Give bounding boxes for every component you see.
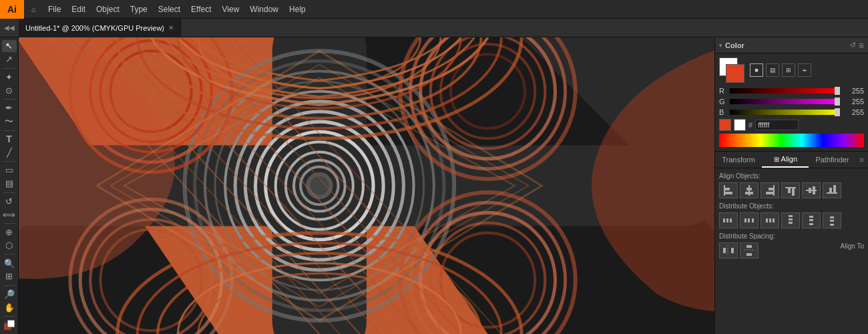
menu-effect[interactable]: Effect — [186, 0, 216, 19]
r-value: 255 — [843, 87, 864, 95]
dist-center-h-btn[interactable] — [740, 212, 758, 228]
menu-type[interactable]: Type — [125, 0, 153, 19]
svg-rect-85 — [833, 185, 836, 193]
b-slider[interactable] — [730, 110, 840, 115]
color-spectrum[interactable] — [719, 134, 864, 147]
align-bottom-btn[interactable] — [823, 182, 841, 198]
align-label: Align — [781, 155, 797, 163]
tool-divider-2 — [3, 99, 15, 100]
align-icon: ⊞ — [774, 156, 779, 163]
tab-align[interactable]: ⊞ Align — [762, 152, 809, 168]
canvas-area[interactable] — [19, 37, 714, 334]
menu-help[interactable]: Help — [284, 0, 311, 19]
svg-rect-97 — [789, 218, 793, 220]
magic-wand-tool[interactable]: ✦ — [2, 71, 17, 83]
tool-divider-3 — [3, 130, 15, 131]
dist-vert-3-btn[interactable] — [823, 212, 841, 228]
tab-pathfinder[interactable]: Pathfinder — [809, 152, 855, 168]
align-top-btn[interactable] — [781, 182, 800, 198]
none-mode-btn[interactable]: ○ — [798, 63, 811, 77]
color-panel-menu-icon[interactable]: ≡ — [859, 40, 864, 51]
dist-left-btn[interactable] — [719, 212, 738, 228]
shape-builder[interactable]: ⊕ — [2, 226, 17, 238]
gradient-mode-btn[interactable]: ▤ — [766, 63, 779, 77]
tool-divider-4 — [3, 161, 15, 162]
svg-rect-88 — [726, 218, 728, 222]
tab-transform[interactable]: Transform — [715, 152, 762, 168]
r-slider[interactable] — [730, 88, 840, 94]
line-tool[interactable]: ╱ — [2, 146, 17, 158]
tool-divider-1 — [3, 68, 15, 69]
svg-rect-92 — [752, 218, 754, 222]
svg-rect-93 — [766, 218, 768, 222]
svg-rect-109 — [746, 253, 752, 256]
menu-window[interactable]: Window — [244, 0, 284, 19]
align-left-btn[interactable] — [719, 182, 738, 198]
dist-space-h-btn[interactable] — [719, 242, 738, 259]
document-tab[interactable]: Untitled-1* @ 200% (CMYK/GPU Preview) ✕ — [19, 19, 181, 37]
b-channel-row: B 255 — [719, 108, 864, 116]
svg-rect-101 — [809, 223, 813, 225]
menu-select[interactable]: Select — [153, 0, 186, 19]
direct-selection-tool[interactable]: ↗ — [2, 53, 17, 65]
dist-vert-1-btn[interactable] — [781, 212, 800, 228]
g-channel-row: G 255 — [719, 98, 864, 106]
align-panel-menu[interactable]: ≡ — [856, 156, 868, 164]
hex-input[interactable] — [755, 120, 799, 130]
b-label: B — [719, 108, 727, 116]
pen-tool[interactable]: ✒ — [2, 102, 17, 114]
color-collapse-icon[interactable]: ▾ — [719, 42, 722, 49]
app-logo: Ai — [0, 0, 24, 19]
dist-vert-2-btn[interactable] — [802, 212, 821, 228]
align-center-v-btn[interactable] — [802, 182, 821, 198]
free-transform[interactable]: ⬡ — [2, 240, 17, 252]
svg-rect-79 — [792, 188, 795, 196]
svg-rect-102 — [830, 216, 834, 218]
color-panel-title: Color — [725, 41, 847, 49]
current-color-swatch — [734, 119, 746, 131]
lasso-tool[interactable]: ⊙ — [2, 84, 17, 96]
menu-edit[interactable]: Edit — [66, 0, 91, 19]
curvature-tool[interactable]: 〜 — [2, 116, 17, 128]
hand-tool[interactable]: ✋ — [2, 302, 17, 314]
home-button[interactable]: ⌂ — [24, 0, 43, 19]
width-tool[interactable]: ⟺ — [2, 208, 17, 220]
color-mode-row: ■ ▤ ⊞ ○ — [719, 57, 864, 83]
fill-stroke-swatch[interactable] — [719, 57, 744, 83]
b-value: 255 — [843, 108, 864, 116]
type-tool[interactable]: T — [2, 134, 17, 146]
fill-stroke-box[interactable] — [2, 319, 17, 331]
svg-rect-89 — [730, 218, 732, 222]
svg-rect-75 — [769, 188, 774, 190]
rotate-tool[interactable]: ↺ — [2, 195, 17, 207]
svg-rect-100 — [809, 219, 813, 221]
color-panel-body: ■ ▤ ⊞ ○ R 255 G 255 B 255 — [715, 53, 868, 151]
solid-mode-btn[interactable]: ■ — [750, 63, 763, 77]
main-area: ↖ ↗ ✦ ⊙ ✒ 〜 T ╱ ▭ ▤ ↺ ⟺ ⊕ ⬡ 🔍 ⊞ 🔎 ✋ — [0, 37, 868, 334]
svg-rect-78 — [788, 188, 791, 193]
align-right-btn[interactable] — [761, 182, 779, 198]
tab-title: Untitled-1* @ 200% (CMYK/GPU Preview) — [25, 24, 164, 32]
menu-object[interactable]: Object — [91, 0, 125, 19]
zoom-tool[interactable]: 🔎 — [2, 289, 17, 301]
selection-tool[interactable]: ↖ — [2, 40, 17, 52]
pattern-mode-btn[interactable]: ⊞ — [782, 63, 795, 77]
tab-close-btn[interactable]: ✕ — [168, 24, 174, 31]
align-objects-btns — [719, 182, 864, 198]
eyedropper-tool[interactable]: 🔍 — [2, 257, 17, 269]
dist-space-v-btn[interactable] — [740, 242, 758, 259]
menu-view[interactable]: View — [217, 0, 245, 19]
svg-rect-108 — [746, 245, 752, 248]
panel-collapse-btn[interactable]: ◀◀ — [0, 19, 19, 37]
align-panel-body: Align Objects: — [715, 168, 868, 267]
color-reset-icon[interactable]: ↺ — [850, 41, 856, 49]
g-slider[interactable] — [730, 99, 840, 104]
menu-file[interactable]: File — [43, 0, 66, 19]
paint-bucket[interactable]: ▤ — [2, 178, 17, 190]
measure-tool[interactable]: ⊞ — [2, 271, 17, 283]
dist-right-btn[interactable] — [761, 212, 779, 228]
distribute-spacing-label: Distribute Spacing: — [719, 232, 864, 240]
align-center-h-btn[interactable] — [740, 182, 758, 198]
toolbar: ↖ ↗ ✦ ⊙ ✒ 〜 T ╱ ▭ ▤ ↺ ⟺ ⊕ ⬡ 🔍 ⊞ 🔎 ✋ — [0, 37, 19, 334]
rect-tool[interactable]: ▭ — [2, 164, 17, 176]
